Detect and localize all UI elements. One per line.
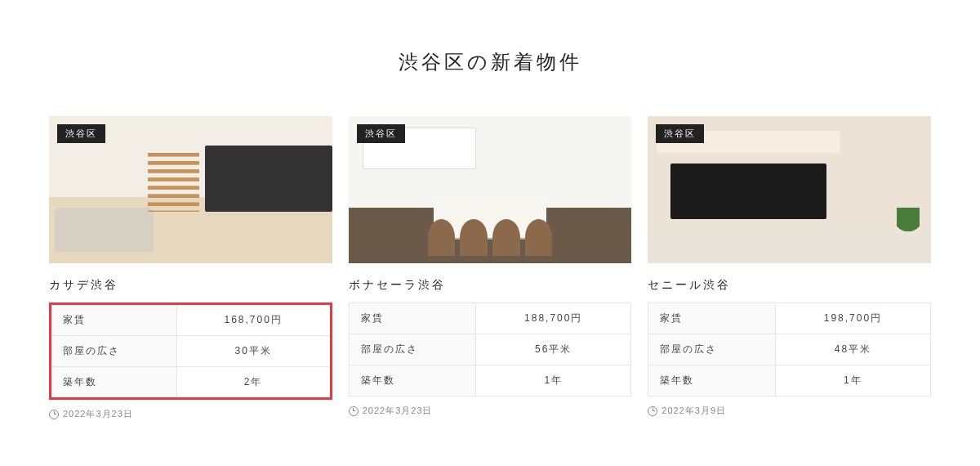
table-row: 築年数 1年 — [349, 365, 631, 397]
spec-label-age: 築年数 — [51, 367, 177, 399]
spec-label-size: 部屋の広さ — [648, 334, 776, 365]
spec-value-age: 2年 — [176, 367, 331, 399]
listing-image[interactable]: 渋谷区 — [349, 116, 632, 263]
listing-date: 2022年3月23日 — [49, 408, 332, 420]
listing-title[interactable]: セニール渋谷 — [648, 278, 931, 293]
table-row: 部屋の広さ 48平米 — [648, 334, 931, 365]
listing-date: 2022年3月23日 — [349, 405, 632, 417]
spec-value-rent: 168,700円 — [176, 304, 331, 336]
spec-table: 家賃 188,700円 部屋の広さ 56平米 築年数 1年 — [349, 302, 632, 397]
table-row: 部屋の広さ 56平米 — [349, 334, 631, 365]
spec-value-rent: 188,700円 — [476, 303, 631, 334]
listing-image[interactable]: 渋谷区 — [648, 116, 931, 263]
spec-value-rent: 198,700円 — [775, 303, 930, 334]
page-title: 渋谷区の新着物件 — [49, 49, 931, 75]
spec-table: 家賃 198,700円 部屋の広さ 48平米 築年数 1年 — [648, 302, 931, 397]
spec-table: 家賃 168,700円 部屋の広さ 30平米 築年数 2年 — [49, 302, 332, 400]
spec-value-size: 48平米 — [775, 334, 930, 365]
date-text: 2022年3月23日 — [63, 408, 133, 420]
location-badge: 渋谷区 — [357, 124, 405, 143]
date-text: 2022年3月23日 — [363, 405, 433, 417]
table-row: 家賃 198,700円 — [648, 303, 931, 334]
table-row: 家賃 168,700円 — [51, 304, 332, 336]
listing-card[interactable]: 渋谷区 セニール渋谷 家賃 198,700円 部屋の広さ 48平米 築年数 1年… — [648, 116, 931, 420]
location-badge: 渋谷区 — [656, 124, 704, 143]
spec-value-age: 1年 — [775, 365, 930, 397]
table-row: 築年数 2年 — [51, 367, 332, 399]
listing-card[interactable]: 渋谷区 ボナセーラ渋谷 家賃 188,700円 部屋の広さ 56平米 築年数 1… — [349, 116, 632, 420]
spec-label-rent: 家賃 — [648, 303, 776, 334]
spec-label-size: 部屋の広さ — [349, 334, 476, 365]
listing-date: 2022年3月9日 — [648, 405, 931, 417]
clock-icon — [349, 406, 359, 416]
spec-value-size: 30平米 — [176, 336, 331, 367]
spec-value-age: 1年 — [476, 365, 631, 397]
clock-icon — [648, 406, 657, 416]
listing-image[interactable]: 渋谷区 — [49, 116, 332, 263]
listing-title[interactable]: ボナセーラ渋谷 — [349, 278, 632, 293]
location-badge: 渋谷区 — [57, 124, 105, 143]
spec-label-age: 築年数 — [349, 365, 476, 397]
spec-label-rent: 家賃 — [349, 303, 476, 334]
spec-label-size: 部屋の広さ — [51, 336, 177, 367]
date-text: 2022年3月9日 — [662, 405, 726, 417]
table-row: 部屋の広さ 30平米 — [51, 336, 332, 367]
clock-icon — [49, 410, 59, 419]
spec-label-age: 築年数 — [648, 365, 776, 397]
listing-title[interactable]: カサデ渋谷 — [49, 278, 332, 293]
spec-label-rent: 家賃 — [51, 304, 177, 336]
listing-card[interactable]: 渋谷区 カサデ渋谷 家賃 168,700円 部屋の広さ 30平米 築年数 2年 … — [49, 116, 332, 420]
table-row: 家賃 188,700円 — [349, 303, 631, 334]
listing-cards: 渋谷区 カサデ渋谷 家賃 168,700円 部屋の広さ 30平米 築年数 2年 … — [49, 116, 931, 420]
spec-value-size: 56平米 — [476, 334, 631, 365]
table-row: 築年数 1年 — [648, 365, 931, 397]
